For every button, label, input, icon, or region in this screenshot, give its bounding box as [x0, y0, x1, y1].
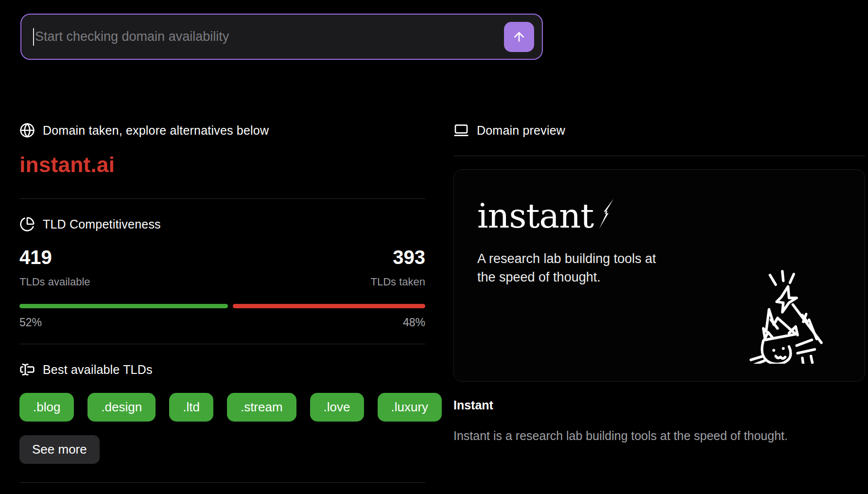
tld-pill[interactable]: .love	[310, 393, 364, 422]
domain-search-bar[interactable]	[20, 14, 543, 60]
available-percent: 52%	[19, 316, 42, 329]
text-caret	[33, 28, 34, 46]
competitiveness-bar	[19, 304, 425, 308]
domain-preview-header: Domain preview	[453, 123, 865, 138]
taken-bar	[233, 304, 425, 308]
site-name: Instant	[453, 398, 865, 412]
tld-pill[interactable]: .stream	[227, 393, 296, 422]
laptop-icon	[453, 123, 469, 138]
site-description: Instant is a research lab building tools…	[453, 429, 865, 443]
tld-pill[interactable]: .luxury	[378, 393, 442, 422]
taken-percent: 48%	[403, 316, 425, 329]
tld-pill[interactable]: .ltd	[169, 393, 213, 422]
submit-button[interactable]	[504, 22, 534, 52]
domain-status-text: Domain taken, explore alternatives below	[43, 124, 269, 138]
search-input[interactable]	[35, 29, 504, 44]
site-logo: instant	[477, 195, 865, 237]
tld-pill[interactable]: .design	[87, 393, 156, 422]
wizard-cat-doodle	[749, 268, 828, 364]
best-tlds-header: Best available TLDs	[19, 362, 425, 377]
tlds-taken-value: 393	[393, 246, 425, 269]
pie-chart-icon	[19, 216, 35, 232]
tld-pill-row: .blog.design.ltd.stream.love.luxury	[19, 393, 425, 422]
tlds-taken-label: TLDs taken	[371, 276, 426, 288]
preview-panel: Domain preview instant A research lab bu…	[453, 123, 865, 443]
divider	[19, 198, 425, 199]
see-more-button[interactable]: See more	[19, 435, 100, 464]
globe-icon	[19, 123, 35, 138]
best-tlds-title: Best available TLDs	[43, 363, 153, 377]
site-tagline: A research lab building tools at the spe…	[477, 249, 674, 286]
competitiveness-percents: 52% 48%	[19, 316, 425, 329]
competitiveness-header: TLD Competitiveness	[19, 216, 425, 232]
tld-stats-labels: TLDs available TLDs taken	[19, 276, 425, 288]
results-panel: Domain taken, explore alternatives below…	[19, 123, 425, 483]
competitiveness-title: TLD Competitiveness	[43, 217, 161, 231]
divider	[453, 156, 865, 156]
arrow-up-icon	[512, 30, 526, 44]
tld-stats-row: 419 393	[19, 246, 425, 269]
text-cursor-input-icon	[19, 362, 35, 377]
tlds-available-value: 419	[19, 246, 52, 269]
tld-pill[interactable]: .blog	[19, 393, 74, 422]
divider	[19, 344, 425, 344]
domain-preview-card: instant A research lab building tools at…	[453, 169, 865, 382]
available-bar	[19, 304, 228, 308]
site-logo-text: instant	[477, 195, 593, 237]
domain-preview-title: Domain preview	[477, 124, 565, 138]
lightning-bolt-icon	[596, 198, 615, 230]
domain-status-header: Domain taken, explore alternatives below	[19, 123, 425, 138]
divider	[19, 482, 425, 483]
domain-name: instant.ai	[19, 153, 425, 177]
tlds-available-label: TLDs available	[19, 276, 90, 288]
